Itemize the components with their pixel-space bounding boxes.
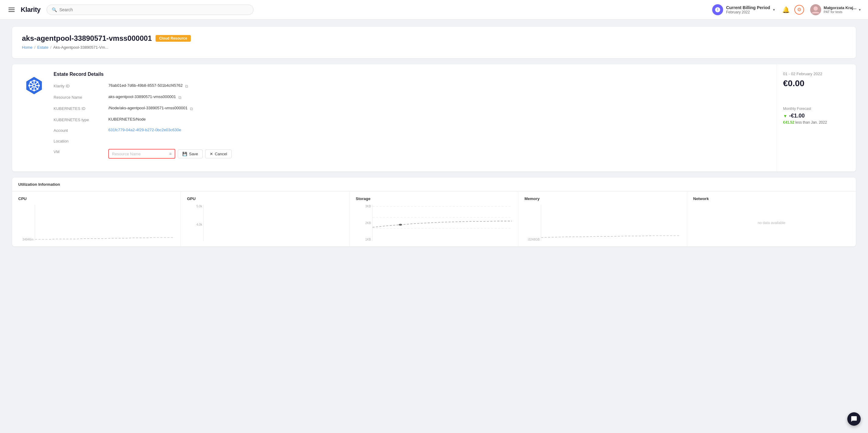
- billing-period-selector[interactable]: Current Billing Period February 2022 ▾: [712, 4, 775, 15]
- details-content: Estate Record Details Klarity ID 76ab01e…: [54, 71, 767, 164]
- cpu-chart-area: [35, 205, 175, 241]
- save-button[interactable]: 💾 Save: [178, 149, 203, 158]
- breadcrumb: Home / Estate / Aks-Agentpool-33890571-V…: [22, 45, 846, 50]
- settings-button[interactable]: ⚙: [794, 5, 804, 15]
- location-row: Location: [54, 138, 767, 143]
- cancel-label: Cancel: [215, 152, 227, 156]
- location-label: Location: [54, 138, 108, 143]
- cpu-chart: 34946m: [18, 205, 175, 241]
- gpu-column: GPU 5.0k 4.0k: [181, 192, 349, 246]
- memory-title: Memory: [524, 196, 681, 201]
- user-avatar: [810, 4, 821, 15]
- utilization-section: Utilization Information CPU 34946m: [12, 177, 856, 246]
- billing-panel: 01 - 02 February 2022 €0.00 Monthly Fore…: [777, 64, 856, 171]
- page-title: aks-agentpool-33890571-vmss000001: [22, 34, 152, 42]
- cancel-button[interactable]: ✕ Cancel: [205, 149, 231, 158]
- gpu-title: GPU: [187, 196, 343, 201]
- kubernetes-type-label: KUBERNETES type: [54, 117, 108, 122]
- memory-chart-area: [541, 205, 681, 241]
- svg-point-5: [33, 85, 35, 86]
- bell-icon: 🔔: [782, 6, 790, 13]
- forecast-value: -€1.00: [789, 113, 805, 119]
- search-icon: 🔍: [52, 7, 57, 12]
- storage-chart: 3KB 2KB 1KB: [356, 205, 512, 241]
- menu-button[interactable]: [7, 6, 16, 13]
- resource-name-row: Resource Name aks-agentpool-33890571-vms…: [54, 94, 767, 100]
- memory-column: Memory i3248GB: [518, 192, 687, 246]
- account-label: Account: [54, 127, 108, 133]
- klarity-id-copy-icon[interactable]: ⧉: [185, 84, 188, 89]
- forecast-comparison: €41.52 less than Jan. 2022: [783, 120, 850, 124]
- storage-y-1kb: 1KB: [365, 238, 371, 241]
- kubernetes-icon-container: [22, 71, 46, 96]
- forecast-green-amount: €41.52: [783, 120, 794, 124]
- storage-chart-area: [372, 205, 512, 241]
- breadcrumb-estate[interactable]: Estate: [37, 45, 49, 50]
- storage-y-3kb: 3KB: [365, 205, 371, 208]
- utilization-grid: CPU 34946m GPU: [12, 191, 856, 246]
- forecast-label: Monthly Forecast: [783, 107, 850, 111]
- search-input[interactable]: [59, 7, 248, 12]
- details-left-panel: Estate Record Details Klarity ID 76ab01e…: [12, 64, 777, 171]
- vm-input-placeholder: Resource Name: [112, 152, 141, 156]
- vm-input-menu-icon: ≡: [169, 151, 172, 156]
- network-no-data: no data available: [757, 221, 785, 225]
- kubernetes-id-copy-icon[interactable]: ⧉: [190, 106, 193, 111]
- vm-resource-name-input[interactable]: Resource Name ≡: [108, 149, 175, 158]
- svg-point-17: [28, 85, 30, 86]
- billing-title: Current Billing Period: [726, 5, 770, 10]
- network-chart: no data available: [693, 205, 850, 241]
- storage-y-axis: 3KB 2KB 1KB: [356, 205, 371, 241]
- vm-label: VM: [54, 149, 108, 154]
- account-value[interactable]: 631fc779-04a2-4f29-b272-0bc2e03c630e: [108, 127, 767, 132]
- header-icons: 🔔 ⚙: [781, 5, 804, 15]
- page-title-card: aks-agentpool-33890571-vmss000001 Cloud …: [12, 27, 856, 58]
- svg-point-15: [33, 80, 35, 82]
- save-label: Save: [189, 152, 198, 156]
- resource-name-value: aks-agentpool-33890571-vmss000001 ⧉: [108, 94, 767, 100]
- svg-point-20: [36, 88, 38, 90]
- resource-name-label: Resource Name: [54, 94, 108, 99]
- cpu-y-axis: 34946m: [18, 205, 33, 241]
- cpu-title: CPU: [18, 196, 175, 201]
- svg-point-1: [813, 6, 818, 11]
- search-bar[interactable]: 🔍: [46, 5, 253, 15]
- user-info: Małgorzata Kraj... PAT for tests: [824, 5, 857, 14]
- storage-y-2kb: 2KB: [365, 221, 371, 225]
- gear-icon: ⚙: [797, 7, 801, 12]
- svg-point-21: [36, 81, 38, 83]
- kubernetes-id-row: KUBERNETES ID /Node/aks-agentpool-338905…: [54, 106, 767, 111]
- forecast-amount: ▼ -€1.00: [783, 113, 850, 119]
- svg-point-26: [399, 224, 402, 226]
- breadcrumb-home[interactable]: Home: [22, 45, 33, 50]
- gpu-y-axis: 5.0k 4.0k: [187, 205, 202, 241]
- svg-point-19: [30, 81, 32, 83]
- user-menu[interactable]: Małgorzata Kraj... PAT for tests ▾: [810, 4, 861, 15]
- billing-amount: €0.00: [783, 79, 850, 88]
- cpu-y-label-bottom: 34946m: [23, 238, 33, 241]
- gpu-chart-area: [203, 205, 343, 241]
- storage-title: Storage: [356, 196, 512, 201]
- main-content: aks-agentpool-33890571-vmss000001 Cloud …: [0, 20, 868, 254]
- cpu-column: CPU 34946m: [12, 192, 181, 246]
- gpu-y-5k: 5.0k: [196, 205, 202, 208]
- notifications-button[interactable]: 🔔: [781, 5, 791, 15]
- memory-chart: i3248GB: [524, 205, 681, 241]
- estate-record-section: Estate Record Details Klarity ID 76ab01e…: [12, 64, 856, 171]
- klarity-id-label: Klarity ID: [54, 83, 108, 88]
- kubernetes-icon: [25, 77, 43, 95]
- resource-name-copy-icon[interactable]: ⧉: [178, 95, 181, 100]
- billing-text: Current Billing Period February 2022: [726, 5, 770, 14]
- vm-field-area: Resource Name ≡ 💾 Save ✕ Cancel: [108, 149, 767, 158]
- cloud-resource-badge: Cloud Resource: [156, 35, 191, 42]
- chat-fab-button[interactable]: [847, 412, 861, 426]
- utilization-header: Utilization Information: [12, 177, 856, 191]
- breadcrumb-current: Aks-Agentpool-33890571-Vm...: [53, 45, 108, 50]
- user-chevron-icon: ▾: [859, 8, 861, 12]
- klarity-id-row: Klarity ID 76ab01ed-7d6b-49b8-8557-501b4…: [54, 83, 767, 89]
- page-title-row: aks-agentpool-33890571-vmss000001 Cloud …: [22, 34, 846, 42]
- billing-period: February 2022: [726, 10, 770, 14]
- header: Klarity 🔍 Current Billing Period Februar…: [0, 0, 868, 20]
- forecast-comparison-text: less than Jan. 2022: [795, 120, 827, 124]
- logo: Klarity: [21, 6, 40, 14]
